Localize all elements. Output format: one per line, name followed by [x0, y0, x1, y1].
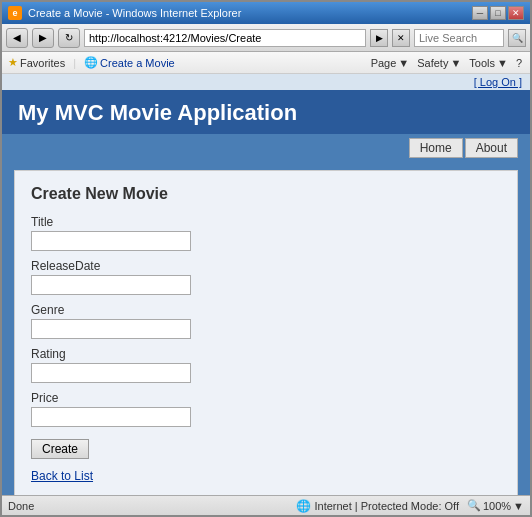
page-heading: Create New Movie: [31, 185, 501, 203]
page-tools: Page ▼ Safety ▼ Tools ▼ ?: [369, 57, 524, 69]
favorites-bar: ★ Favorites | 🌐 Create a Movie Page ▼ Sa…: [2, 52, 530, 74]
nav-home[interactable]: Home: [409, 138, 463, 158]
zone-text: Internet | Protected Mode: Off: [314, 500, 459, 512]
page-arrow: ▼: [398, 57, 409, 69]
ie-icon: e: [8, 6, 22, 20]
window-title: Create a Movie - Windows Internet Explor…: [28, 7, 466, 19]
title-input[interactable]: [31, 231, 191, 251]
app-title: My MVC Movie Application: [18, 100, 514, 126]
zoom-icon: 🔍: [467, 499, 481, 512]
safety-label: Safety: [417, 57, 448, 69]
go-button[interactable]: ▶: [370, 29, 388, 47]
status-bar: Done 🌐 Internet | Protected Mode: Off 🔍 …: [2, 495, 530, 515]
release-date-group: ReleaseDate: [31, 259, 501, 295]
safety-menu[interactable]: Safety ▼: [415, 57, 463, 69]
separator: |: [73, 57, 76, 69]
price-input[interactable]: [31, 407, 191, 427]
zoom-level: 100%: [483, 500, 511, 512]
star-icon: ★: [8, 56, 18, 69]
browser-window: e Create a Movie - Windows Internet Expl…: [0, 0, 532, 517]
app-header: My MVC Movie Application: [2, 90, 530, 134]
logon-link[interactable]: [ Log On ]: [474, 76, 522, 88]
search-input[interactable]: [414, 29, 504, 47]
create-button[interactable]: Create: [31, 439, 89, 459]
page-icon: 🌐: [84, 56, 98, 69]
address-bar[interactable]: [84, 29, 366, 47]
nav-bar: Home About: [2, 134, 530, 162]
refresh-button[interactable]: ↻: [58, 28, 80, 48]
title-bar: e Create a Movie - Windows Internet Expl…: [2, 2, 530, 24]
genre-group: Genre: [31, 303, 501, 339]
page-menu[interactable]: Page ▼: [369, 57, 412, 69]
main-area: Create New Movie Title ReleaseDate Genre…: [14, 170, 518, 495]
page-label: Page: [371, 57, 397, 69]
minimize-button[interactable]: ─: [472, 6, 488, 20]
favorites-label: Favorites: [20, 57, 65, 69]
back-button[interactable]: ◀: [6, 28, 28, 48]
search-button[interactable]: 🔍: [508, 29, 526, 47]
price-label: Price: [31, 391, 501, 405]
nav-about[interactable]: About: [465, 138, 518, 158]
title-group: Title: [31, 215, 501, 251]
price-group: Price: [31, 391, 501, 427]
release-date-label: ReleaseDate: [31, 259, 501, 273]
forward-button[interactable]: ▶: [32, 28, 54, 48]
window-controls: ─ □ ✕: [472, 6, 524, 20]
tools-arrow: ▼: [497, 57, 508, 69]
release-date-input[interactable]: [31, 275, 191, 295]
genre-label: Genre: [31, 303, 501, 317]
close-button[interactable]: ✕: [508, 6, 524, 20]
tab-label: Create a Movie: [100, 57, 175, 69]
back-to-list-link[interactable]: Back to List: [31, 469, 501, 483]
rating-input[interactable]: [31, 363, 191, 383]
zoom-control[interactable]: 🔍 100% ▼: [467, 499, 524, 512]
logon-bar: [ Log On ]: [2, 74, 530, 90]
navigation-toolbar: ◀ ▶ ↻ ▶ ✕ 🔍: [2, 24, 530, 52]
rating-group: Rating: [31, 347, 501, 383]
help-button[interactable]: ?: [514, 57, 524, 69]
genre-input[interactable]: [31, 319, 191, 339]
stop-button[interactable]: ✕: [392, 29, 410, 47]
globe-icon: 🌐: [296, 499, 311, 513]
tools-menu[interactable]: Tools ▼: [467, 57, 510, 69]
safety-arrow: ▼: [450, 57, 461, 69]
page-content: [ Log On ] My MVC Movie Application Home…: [2, 74, 530, 495]
zoom-arrow: ▼: [513, 500, 524, 512]
rating-label: Rating: [31, 347, 501, 361]
title-label: Title: [31, 215, 501, 229]
status-text: Done: [8, 500, 288, 512]
maximize-button[interactable]: □: [490, 6, 506, 20]
tools-label: Tools: [469, 57, 495, 69]
tab-link[interactable]: 🌐 Create a Movie: [84, 56, 175, 69]
security-zone: 🌐 Internet | Protected Mode: Off: [296, 499, 459, 513]
favorites-button[interactable]: ★ Favorites: [8, 56, 65, 69]
